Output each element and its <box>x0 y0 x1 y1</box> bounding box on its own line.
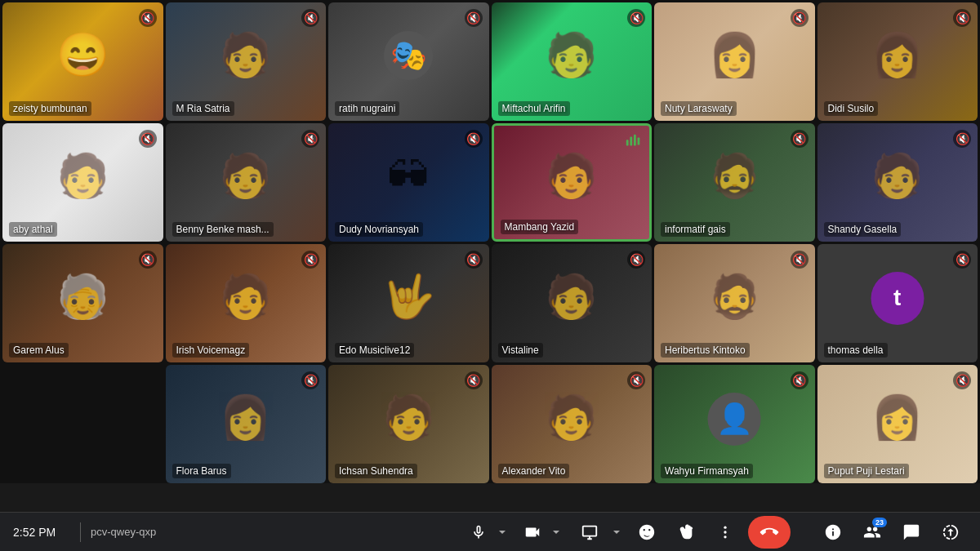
camera-chevron[interactable] <box>549 518 564 547</box>
participant-cell-wahyu: 👤 🔇 Wahyu Firmansyah <box>654 365 815 483</box>
meeting-id: pcv-qwey-qxp <box>91 526 156 538</box>
mute-icon-flora: 🔇 <box>301 371 319 389</box>
participant-cell-miftachul: 🧑 🔇 Miftachul Arifin <box>492 2 653 121</box>
svg-rect-2 <box>634 135 636 146</box>
svg-point-6 <box>724 535 726 538</box>
participant-name-informatif: informatif gais <box>661 222 730 237</box>
mic-chevron[interactable] <box>495 518 510 547</box>
participant-count-badge: 23 <box>872 518 887 527</box>
mute-icon-miftachul: 🔇 <box>627 9 645 27</box>
empty-spacer <box>2 365 163 483</box>
mute-icon-thomas: 🔇 <box>953 251 971 269</box>
svg-rect-0 <box>626 140 629 145</box>
mute-icon-nuty: 🔇 <box>791 9 808 27</box>
participant-name-zeisty: zeisty bumbunan <box>9 101 91 116</box>
participant-cell-edo: 🤟 🔇 Edo Musiclive12 <box>328 244 489 362</box>
participant-name-ichsan: Ichsan Suhendra <box>335 464 417 478</box>
participant-cell-didi: 👩 🔇 Didi Susilo <box>817 2 978 121</box>
mute-icon-zeisty: 🔇 <box>139 9 157 27</box>
participant-cell-benny: 🧑 🔇 Benny Benke mash... <box>166 123 327 242</box>
participant-name-aby: aby athal <box>9 222 57 237</box>
mute-icon-ichsan: 🔇 <box>465 371 483 389</box>
mic-button[interactable] <box>462 516 495 549</box>
mute-icon-heribertus: 🔇 <box>791 251 808 269</box>
participant-cell-aby: 🧑 🔇 aby athal <box>2 123 163 242</box>
mic-group <box>462 516 510 549</box>
mute-icon-puput: 🔇 <box>953 371 971 389</box>
participant-cell-heribertus: 🧔 🔇 Heribertus Kintoko <box>654 244 815 362</box>
participant-name-didi: Didi Susilo <box>824 101 879 116</box>
participant-cell-shandy: 🧑 🔇 Shandy Gasella <box>817 123 978 242</box>
camera-group <box>516 516 564 549</box>
svg-rect-3 <box>638 137 640 144</box>
participant-cell-garem: 🧓 🔇 Garem Alus <box>2 244 163 362</box>
participant-cell-nuty: 👩 🔇 Nuty Laraswaty <box>654 2 815 121</box>
participant-name-flora: Flora Barus <box>172 464 231 478</box>
meeting-time: 2:52 PM <box>13 526 70 539</box>
participant-name-dudy: Dudy Novriansyah <box>335 222 423 237</box>
present-group <box>570 516 624 549</box>
participant-cell-informatif: 🧔 🔇 informatif gais <box>654 123 815 242</box>
mute-icon-alexander: 🔇 <box>627 371 645 389</box>
participant-name-miftachul: Miftachul Arifin <box>498 101 570 116</box>
svg-point-4 <box>724 526 726 528</box>
svg-rect-1 <box>630 137 632 146</box>
raise-hand-button[interactable] <box>670 516 702 549</box>
participant-name-benny: Benny Benke mash... <box>172 222 274 237</box>
mute-icon-vistaline: 🔇 <box>627 251 645 269</box>
mute-icon-ratih: 🔇 <box>465 9 483 27</box>
mute-icon-dudy: 🔇 <box>465 130 483 148</box>
participant-cell-dudy: 🕶 🔇 Dudy Novriansyah <box>328 123 489 242</box>
avatar-wahyu: 👤 <box>708 393 761 446</box>
participant-name-puput: Puput Puji Lestari <box>824 464 909 478</box>
participant-name-mria: M Ria Satria <box>172 101 234 116</box>
participant-name-shandy: Shandy Gasella <box>824 222 902 237</box>
participant-cell-mambang: 🧑 Mambang Yazid <box>492 123 653 242</box>
mute-icon-benny: 🔇 <box>301 130 319 148</box>
mute-icon-shandy: 🔇 <box>953 130 971 148</box>
chat-button[interactable] <box>895 516 928 549</box>
participant-name-alexander: Alexander Vito <box>498 464 570 478</box>
participant-cell-ichsan: 🧑 🔇 Ichsan Suhendra <box>328 365 489 483</box>
end-call-button[interactable] <box>748 516 791 549</box>
participant-name-wahyu: Wahyu Firmansyah <box>661 464 753 478</box>
participant-name-heribertus: Heribertus Kintoko <box>661 343 750 358</box>
speaking-icon-mambang <box>625 132 643 153</box>
participant-name-vistaline: Vistaline <box>498 343 543 358</box>
avatar-thomas: t <box>871 272 924 325</box>
svg-point-5 <box>724 531 726 533</box>
participant-cell-flora: 👩 🔇 Flora Barus <box>166 365 327 483</box>
present-button[interactable] <box>570 516 609 549</box>
mute-icon-irish: 🔇 <box>301 251 319 269</box>
participant-name-edo: Edo Musiclive12 <box>335 343 414 358</box>
participant-cell-vistaline: 🧑 🔇 Vistaline <box>492 244 653 362</box>
participant-name-nuty: Nuty Laraswaty <box>661 101 737 116</box>
emoji-button[interactable] <box>630 516 663 549</box>
participant-name-ratih: ratih nugraini <box>335 101 399 116</box>
participant-cell-alexander: 🧑 🔇 Alexander Vito <box>492 365 653 483</box>
mute-icon-didi: 🔇 <box>953 9 971 27</box>
participant-cell-mria: 🧑 🔇 M Ria Satria <box>166 2 327 121</box>
activities-button[interactable] <box>934 516 967 549</box>
participant-name-mambang: Mambang Yazid <box>501 220 579 234</box>
participant-cell-irish: 🧑 🔇 Irish Voicemagz <box>166 244 327 362</box>
present-chevron[interactable] <box>609 518 624 547</box>
camera-button[interactable] <box>516 516 549 549</box>
mute-icon-aby: 🔇 <box>139 130 157 148</box>
more-options-button[interactable] <box>709 516 742 549</box>
info-button[interactable] <box>817 516 849 549</box>
people-group: 23 <box>856 516 889 549</box>
toolbar: 2:52 PM pcv-qwey-qxp <box>0 512 980 551</box>
participant-name-thomas: thomas della <box>824 343 888 358</box>
mute-icon-garem: 🔇 <box>139 251 157 269</box>
participant-cell-zeisty: 😄 🔇 zeisty bumbunan <box>2 2 163 121</box>
participant-name-irish: Irish Voicemagz <box>172 343 250 358</box>
mute-icon-mria: 🔇 <box>301 9 319 27</box>
participant-cell-thomas: t 🔇 thomas della <box>817 244 978 362</box>
participant-name-garem: Garem Alus <box>9 343 69 358</box>
participant-cell-ratih: 🎭 🔇 ratih nugraini <box>328 2 489 121</box>
mute-icon-informatif: 🔇 <box>791 130 808 148</box>
toolbar-divider-1 <box>80 522 81 542</box>
mute-icon-edo: 🔇 <box>465 251 483 269</box>
mute-icon-wahyu: 🔇 <box>791 371 808 389</box>
